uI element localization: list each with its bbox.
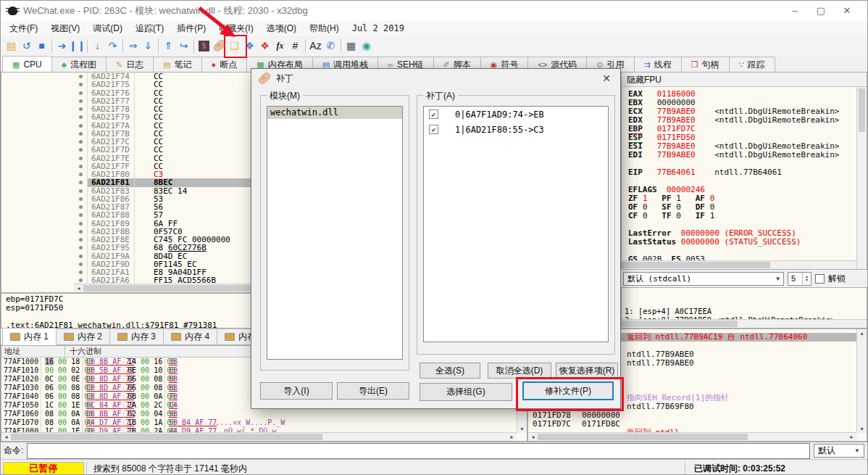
minimize-button[interactable]: –: [782, 1, 808, 20]
stepper-arrows-icon[interactable]: ▴▾: [802, 273, 811, 285]
args-horizontal-scrollbar[interactable]: [622, 319, 867, 328]
breakpoint-dot-icon[interactable]: [74, 260, 87, 268]
breakpoint-dot-icon[interactable]: [74, 73, 87, 80]
toolbar-button-restart[interactable]: ↺: [19, 37, 34, 54]
patch-list-item[interactable]: ✔1|6AD21F80:55->C3: [424, 122, 608, 137]
scroll-up-icon[interactable]: ▴: [857, 330, 867, 336]
module-list-item[interactable]: wechatwin.dll: [267, 107, 402, 119]
dump-tab[interactable]: 内存 1: [2, 328, 57, 345]
patch-dialog-titlebar[interactable]: 补丁 ✕: [251, 69, 620, 88]
breakpoint-dot-icon[interactable]: [74, 138, 87, 146]
menu-item[interactable]: 追踪(T): [129, 21, 170, 36]
breakpoint-dot-icon[interactable]: [74, 122, 87, 130]
arg-count-stepper[interactable]: 5 ▴▾: [788, 272, 811, 286]
toolbar-button-bookmarks[interactable]: ❖: [257, 37, 272, 54]
toolbar-button-step-over[interactable]: ↷: [105, 37, 120, 54]
breakpoint-dot-icon[interactable]: [74, 236, 87, 244]
toolbar-button-trace-over[interactable]: ⇓: [141, 37, 156, 54]
toolbar-button-case[interactable]: Az: [308, 37, 323, 54]
breakpoint-dot-icon[interactable]: [74, 154, 87, 162]
stack-row[interactable]: 0171FD7800000000: [528, 411, 856, 420]
menu-item[interactable]: 插件(P): [170, 21, 212, 36]
dump-row[interactable]: 77AF107008 00 0A 00A4 D7 AF 7718 00 1A 0…: [1, 418, 527, 427]
menu-item[interactable]: 选项(O): [260, 21, 303, 36]
breakpoint-dot-icon[interactable]: [74, 170, 87, 178]
stack-horizontal-scrollbar[interactable]: ◂ ▸: [528, 432, 856, 441]
maximize-button[interactable]: ▢: [808, 1, 834, 20]
breakpoint-dot-icon[interactable]: [74, 244, 87, 252]
scroll-right-icon[interactable]: ▸: [507, 434, 517, 441]
export-button[interactable]: 导出(E): [337, 382, 409, 400]
scrollbar-thumb[interactable]: [622, 262, 770, 268]
toolbar-button-run-to-user-code[interactable]: ↪: [176, 37, 191, 54]
toolbar-button-calculator[interactable]: ▦: [343, 37, 359, 54]
tab-notes[interactable]: ▤笔记: [153, 57, 201, 72]
breakpoint-dot-icon[interactable]: [74, 268, 87, 276]
tab-cpu[interactable]: ▦CPU: [2, 56, 52, 73]
tab-trace[interactable]: ∵跟踪: [729, 57, 775, 72]
dump-horizontal-scrollbar[interactable]: ◂ ▸: [1, 432, 517, 441]
toolbar-button-run[interactable]: ➔: [54, 37, 70, 54]
close-button[interactable]: ✕: [834, 1, 860, 20]
toolbar-button-seh-phone[interactable]: ✆: [323, 37, 338, 54]
patch-checkbox[interactable]: ✔: [429, 125, 438, 134]
breakpoint-dot-icon[interactable]: [74, 113, 87, 121]
tab-threads[interactable]: ⇉线程: [634, 57, 682, 72]
toolbar-button-hash[interactable]: #: [288, 37, 303, 54]
registers-horizontal-scrollbar[interactable]: [622, 260, 856, 269]
breakpoint-dot-icon[interactable]: [74, 220, 87, 228]
scroll-left-icon[interactable]: ◂: [1, 434, 11, 441]
breakpoint-dot-icon[interactable]: [74, 252, 87, 260]
patch-list-item[interactable]: ✔0|6A7F1AD9:74->EB: [424, 107, 608, 122]
menu-item[interactable]: 调试(D): [86, 21, 129, 36]
unlock-checkbox[interactable]: [815, 274, 825, 284]
toolbar-button-globe[interactable]: ◉: [359, 37, 374, 54]
scrollbar-thumb[interactable]: [538, 434, 748, 440]
hide-fpu-button[interactable]: 隐藏FPU: [622, 73, 867, 87]
menu-item[interactable]: 帮助(H): [303, 21, 346, 36]
toolbar-button-comments[interactable]: ❏: [227, 37, 242, 54]
patch-checkbox[interactable]: ✔: [429, 110, 438, 119]
breakpoint-dot-icon[interactable]: [74, 178, 87, 186]
menu-item[interactable]: 收藏夹(I): [212, 21, 259, 36]
toolbar-button-pause[interactable]: ❙❙: [70, 37, 85, 54]
toolbar-button-functions[interactable]: fx: [272, 37, 288, 54]
scroll-down-icon[interactable]: ▾: [517, 426, 527, 432]
breakpoint-dot-icon[interactable]: [74, 105, 87, 113]
command-input[interactable]: [27, 443, 810, 459]
breakpoint-dot-icon[interactable]: [74, 162, 87, 170]
registers-pane[interactable]: 隐藏FPU EAX 01186000EBX 00000000ECX 77B9AB…: [621, 72, 867, 270]
breakpoint-dot-icon[interactable]: [74, 97, 87, 105]
breakpoint-dot-icon[interactable]: [74, 203, 87, 211]
scrollbar-thumb[interactable]: [11, 434, 322, 440]
breakpoint-dot-icon[interactable]: [74, 130, 87, 138]
breakpoint-dot-icon[interactable]: [74, 89, 87, 97]
calling-convention-select[interactable]: 默认 (stdcall) ▼: [623, 272, 784, 286]
breakpoint-dot-icon[interactable]: [74, 187, 87, 195]
breakpoint-dot-icon[interactable]: [74, 211, 87, 219]
tab-handles[interactable]: ❒句柄: [681, 57, 730, 72]
toolbar-button-execute-till-return[interactable]: ⇑: [161, 37, 176, 54]
dialog-close-button[interactable]: ✕: [599, 73, 614, 84]
dump-tab[interactable]: 内存 2: [56, 329, 110, 344]
registers-vertical-scrollbar[interactable]: [856, 87, 867, 269]
breakpoint-dot-icon[interactable]: [74, 228, 87, 236]
tab-log[interactable]: ✎日志: [106, 57, 154, 72]
scrollbar-thumb[interactable]: [622, 321, 738, 327]
command-profile-select[interactable]: 默认 ▼: [814, 444, 864, 458]
breakpoint-dot-icon[interactable]: [74, 195, 87, 203]
scroll-left-icon[interactable]: ◂: [74, 285, 83, 292]
breakpoint-dot-icon[interactable]: [74, 146, 87, 154]
stack-row[interactable]: 0171FD7C0171FD8C: [528, 420, 856, 429]
dump-row[interactable]: 77AF106008 00 0A 00D8 8B AF 7702 00 04 0…: [1, 410, 527, 418]
scroll-down-icon[interactable]: ▾: [857, 426, 867, 432]
patch-list[interactable]: ✔0|6A7F1AD9:74->EB✔1|6AD21F80:55->C3: [423, 106, 609, 342]
restore-selection-button[interactable]: 恢复选择项(R): [556, 363, 618, 379]
toolbar-button-labels[interactable]: ❖: [242, 37, 257, 54]
dump-tab[interactable]: 内存 4: [163, 329, 217, 344]
toolbar-button-strings[interactable]: S: [196, 37, 212, 54]
toolbar-button-stop[interactable]: ■: [34, 37, 49, 54]
select-group-button[interactable]: 选择组(G): [420, 383, 512, 401]
tab-graph[interactable]: ♣流程图: [51, 57, 107, 72]
menu-item[interactable]: 视图(V): [44, 21, 86, 36]
